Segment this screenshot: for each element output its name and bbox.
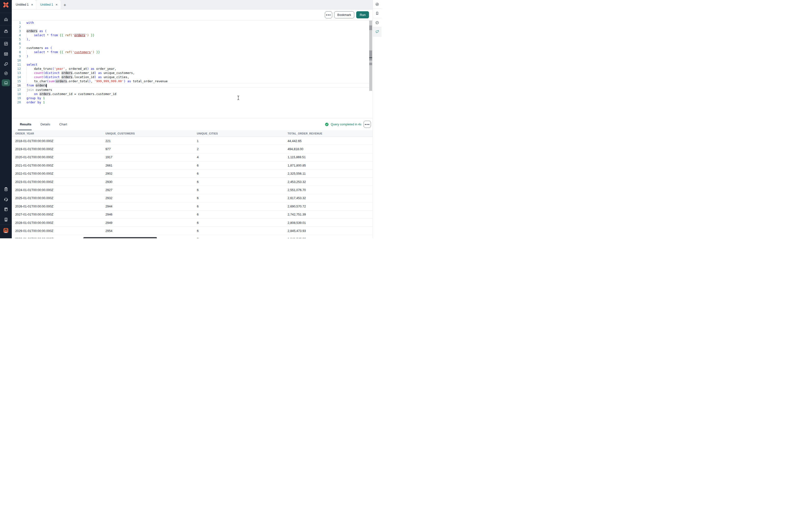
line-number: 10 <box>12 58 21 62</box>
table-row[interactable]: 2027-01-01T00:00:00.000Z294662,742,751.3… <box>12 211 373 219</box>
code-line[interactable]: 16from orders <box>12 83 373 88</box>
table-cell: 1917 <box>102 155 194 159</box>
code-window-icon[interactable] <box>0 52 12 56</box>
column-header[interactable]: UNIQUE_CITIES <box>194 132 284 135</box>
code-line[interactable]: 4 select * from {{ ref('orders') }} <box>12 33 373 37</box>
sql-editor[interactable]: 1with23orders as (4 select * from {{ ref… <box>12 20 373 118</box>
code-line[interactable]: 5), <box>12 37 373 41</box>
user-avatar[interactable] <box>3 228 8 233</box>
scrollbar-cursor-mark <box>369 57 372 58</box>
table-cell: 2,690,570.72 <box>284 205 373 208</box>
apps-grid-icon[interactable] <box>0 41 12 46</box>
rail-divider <box>0 25 12 25</box>
code-line[interactable]: 9) <box>12 54 373 58</box>
notebook-cell: ●●● Bookmark Run 1with23orders as (4 sel… <box>12 9 373 238</box>
scrollbar-thumb[interactable] <box>369 63 372 65</box>
table-cell: 2026-01-01T00:00:00.000Z <box>12 205 102 208</box>
tab-results[interactable]: Results <box>20 118 32 130</box>
table-cell: 6 <box>194 221 284 225</box>
line-number: 3 <box>12 29 21 33</box>
run-button[interactable]: Run <box>356 11 369 18</box>
line-number: 13 <box>12 71 21 75</box>
code-line[interactable]: 15 to_char(sum(orders.order_total), '999… <box>12 79 373 83</box>
new-tab-button[interactable]: + <box>63 3 66 7</box>
hex-logo[interactable] <box>0 0 12 9</box>
column-header[interactable]: UNIQUE_CUSTOMERS <box>102 132 194 135</box>
library-book-icon[interactable] <box>0 207 12 212</box>
support-headset-icon[interactable] <box>0 197 12 202</box>
results-more-button[interactable]: ●●● <box>364 121 371 128</box>
table-row[interactable]: 2022-01-01T00:00:00.000Z290262,325,556.1… <box>12 170 373 178</box>
code-line[interactable]: 19group by 1 <box>12 96 373 100</box>
table-row[interactable]: 2025-01-01T00:00:00.000Z293262,617,453.3… <box>12 194 373 202</box>
code-line[interactable]: 3orders as ( <box>12 29 373 33</box>
code-line[interactable]: 12 date_trunc('year', ordered_at) as ord… <box>12 67 373 71</box>
close-icon[interactable]: × <box>31 3 33 6</box>
organization-building-icon[interactable] <box>0 217 12 222</box>
table-row[interactable]: 2020-01-01T00:00:00.000Z191741,115,869.5… <box>12 153 373 161</box>
table-cell: 2902 <box>102 172 194 175</box>
code-line[interactable]: 1with <box>12 20 373 25</box>
close-icon[interactable]: × <box>56 3 58 6</box>
table-row[interactable]: 2026-01-01T00:00:00.000Z294462,690,570.7… <box>12 202 373 210</box>
code-line[interactable]: 10 <box>12 58 373 62</box>
code-line[interactable]: 7customers as ( <box>12 46 373 50</box>
bookmark-icon[interactable] <box>373 9 382 18</box>
column-header[interactable]: ORDER_YEAR <box>12 132 102 135</box>
line-number: 6 <box>12 41 21 46</box>
code-line[interactable]: 17join customers <box>12 88 373 92</box>
code-line[interactable]: 11select <box>12 62 373 67</box>
history-clock-icon[interactable] <box>373 18 382 27</box>
tab-details[interactable]: Details <box>41 118 50 130</box>
code-line[interactable]: 13 count(distinct orders.customer_id) as… <box>12 71 373 75</box>
explore-compass-icon[interactable] <box>373 0 382 9</box>
table-row[interactable]: 2018-01-01T00:00:00.000Z221144,442.65 <box>12 137 373 145</box>
column-header[interactable]: TOTAL_ORDER_REVENUE <box>284 132 373 135</box>
code-line[interactable]: 8 select * from {{ ref('customers') }} <box>12 50 373 54</box>
table-row[interactable]: 2023-01-01T00:00:00.000Z293062,453,253.3… <box>12 178 373 186</box>
tab-untitled-1[interactable]: Untitled 1 × <box>12 0 36 9</box>
table-cell: 4 <box>194 155 284 159</box>
projects-drawer-icon[interactable] <box>0 29 12 34</box>
table-row[interactable]: 2019-01-01T00:00:00.000Z9772494,818.00 <box>12 145 373 153</box>
table-row[interactable]: 2029-01-01T00:00:00.000Z295462,845,473.9… <box>12 227 373 235</box>
tab-untitled-2[interactable]: Untitled 1 × <box>36 0 60 9</box>
scrollbar-thumb[interactable] <box>369 50 372 60</box>
line-number: 2 <box>12 25 21 29</box>
home-icon[interactable] <box>0 17 12 22</box>
explore-compass-icon[interactable] <box>0 71 12 76</box>
horizontal-scrollbar-thumb[interactable] <box>83 237 157 238</box>
tab-chart[interactable]: Chart <box>59 118 67 130</box>
app-window: Untitled 1 × Untitled 1 × + <box>0 0 382 238</box>
table-body[interactable]: 2018-01-01T00:00:00.000Z221144,442.65201… <box>12 137 373 238</box>
code-line[interactable]: 18 on orders.customer_id = customers.cus… <box>12 92 373 96</box>
line-number: 19 <box>12 96 21 100</box>
table-row[interactable]: 2030-01-01T00:00:00.000Z287961,841,049.3… <box>12 235 373 238</box>
table-cell: 6 <box>194 164 284 167</box>
workstation-laptop-icon-active[interactable] <box>2 79 10 86</box>
cell-more-button[interactable]: ●●● <box>325 11 332 18</box>
ai-chat-sparkle-icon[interactable] <box>373 27 382 37</box>
line-number: 18 <box>12 92 21 96</box>
table-cell: 6 <box>194 229 284 233</box>
table-row[interactable]: 2028-01-01T00:00:00.000Z294962,808,539.0… <box>12 219 373 227</box>
query-status: Query completed in 4s ●●● <box>325 118 373 130</box>
templates-windows-icon[interactable] <box>0 62 12 66</box>
table-row[interactable]: 2021-01-01T00:00:00.000Z266161,871,800.8… <box>12 161 373 169</box>
clipboard-icon[interactable] <box>0 187 12 191</box>
editor-scrollbar[interactable] <box>369 20 372 91</box>
bookmark-button[interactable]: Bookmark <box>334 11 354 18</box>
table-cell: 6 <box>194 213 284 216</box>
code-line[interactable]: 6 <box>12 41 373 46</box>
table-cell: 2022-01-01T00:00:00.000Z <box>12 172 102 175</box>
scrollbar-thumb[interactable] <box>369 25 372 30</box>
table-cell: 1,841,049.32 <box>284 237 373 238</box>
table-cell: 2,453,253.32 <box>284 180 373 184</box>
line-number: 20 <box>12 100 21 104</box>
table-cell: 2 <box>194 147 284 151</box>
code-line[interactable]: 20order by 1 <box>12 100 373 104</box>
code-line[interactable]: 2 <box>12 25 373 29</box>
table-row[interactable]: 2024-01-01T00:00:00.000Z292762,551,076.7… <box>12 186 373 194</box>
code-line[interactable]: 14 count(distinct orders.location_id) as… <box>12 75 373 79</box>
table-cell: 2021-01-01T00:00:00.000Z <box>12 164 102 167</box>
